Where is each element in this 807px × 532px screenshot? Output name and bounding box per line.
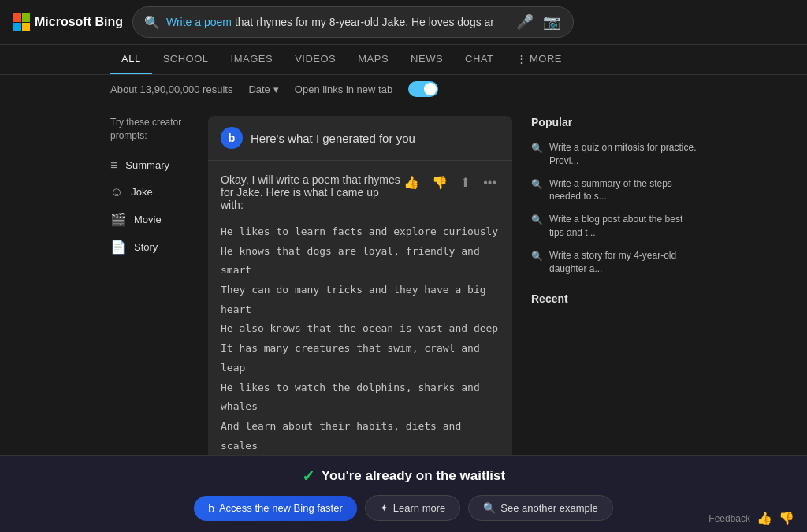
search-query-rest: that rhymes for my 8-year-old Jake. He l… — [232, 16, 494, 28]
waitlist-status-text: You're already on the waitlist — [322, 468, 505, 484]
date-filter[interactable]: Date ▾ — [248, 84, 278, 95]
popular-item-2[interactable]: 🔍 Write a summary of the steps needed to… — [531, 173, 697, 209]
popular-item-4[interactable]: 🔍 Write a story for my 4-year-old daught… — [531, 244, 697, 281]
popular-item-3[interactable]: 🔍 Write a blog post about the best tips … — [531, 208, 697, 244]
sidebar-item-label: Summary — [125, 159, 169, 171]
thumbs-up-button[interactable]: 👍 — [400, 173, 422, 192]
checkmark-icon: ✓ — [302, 467, 315, 485]
thumbs-down-button[interactable]: 👎 — [429, 173, 451, 192]
poem-line: It has many creatures that swim, crawl a… — [221, 339, 500, 378]
share-button[interactable]: ⬆ — [457, 173, 474, 192]
search-icon: 🔍 — [144, 15, 160, 30]
tab-news[interactable]: NEWS — [400, 45, 454, 74]
see-another-example-button[interactable]: 🔍 See another example — [468, 495, 613, 521]
sidebar-item-label: Joke — [131, 186, 152, 198]
poem-line: He likes to learn facts and explore curi… — [221, 222, 500, 242]
tab-videos[interactable]: VIDEOS — [284, 45, 347, 74]
search-bar[interactable]: 🔍 Write a poem that rhymes for my 8-year… — [132, 6, 574, 38]
search-icons-right: 🎤 📷 — [515, 12, 562, 32]
sidebar-item-label: Movie — [134, 214, 162, 225]
popular-title: Popular — [531, 116, 697, 128]
bing-icon: b — [208, 502, 214, 515]
logo: Microsoft Bing — [13, 13, 123, 31]
search-input[interactable]: Write a poem that rhymes for my 8-year-o… — [166, 16, 508, 28]
feedback-thumbs-up-button[interactable]: 👍 — [757, 511, 772, 526]
response-intro-text: Okay, I will write a poem that rhymes fo… — [221, 173, 400, 211]
microsoft-logo-icon — [13, 13, 30, 31]
tab-images[interactable]: IMAGES — [220, 45, 284, 74]
sidebar-title: Try these creator prompts: — [110, 116, 189, 143]
tab-chat[interactable]: CHAT — [454, 45, 504, 74]
search-icon: 🔍 — [531, 178, 543, 192]
results-count: About 13,90,00,000 results — [110, 84, 232, 95]
header: Microsoft Bing 🔍 Write a poem that rhyme… — [0, 0, 807, 45]
nav-tabs: ALL SCHOOL IMAGES VIDEOS MAPS NEWS CHAT … — [0, 45, 807, 75]
search-icon: 🔍 — [483, 502, 496, 514]
feedback-thumbs-down-button[interactable]: 👎 — [779, 511, 794, 526]
joke-icon: ☺ — [110, 185, 123, 199]
sidebar-item-movie[interactable]: 🎬 Movie — [110, 206, 189, 233]
poem-line: He knows that dogs are loyal, friendly a… — [221, 242, 500, 281]
feedback-label: Feedback — [708, 513, 750, 524]
movie-icon: 🎬 — [110, 212, 126, 227]
poem-line: They can do many tricks and they have a … — [221, 281, 500, 319]
logo-text: Microsoft Bing — [35, 15, 123, 29]
search-icon: 🔍 — [531, 250, 543, 263]
response-actions: 👍 👎 ⬆ ••• — [400, 173, 500, 192]
open-links-label: Open links in new tab — [295, 84, 392, 95]
waitlist-status: ✓ You're already on the waitlist — [302, 467, 505, 485]
summary-icon: ≡ — [110, 158, 117, 173]
waitlist-buttons: b Access the new Bing faster ✦ Learn mor… — [194, 495, 613, 521]
tab-school[interactable]: SCHOOL — [152, 45, 220, 74]
camera-button[interactable]: 📷 — [541, 12, 562, 32]
sparkle-icon: ✦ — [380, 502, 389, 514]
search-query-colored: Write a poem — [166, 16, 232, 28]
sidebar-item-summary[interactable]: ≡ Summary — [110, 152, 189, 179]
microphone-button[interactable]: 🎤 — [515, 12, 535, 32]
feedback-area: Feedback 👍 👎 — [708, 511, 794, 526]
search-icon: 🔍 — [531, 214, 543, 227]
sidebar-item-label: Story — [134, 241, 158, 253]
bing-avatar: b — [221, 127, 243, 149]
poem-line: He likes to watch the dolphins, sharks a… — [221, 378, 500, 417]
sidebar-item-joke[interactable]: ☺ Joke — [110, 179, 189, 206]
sidebar-item-story[interactable]: 📄 Story — [110, 233, 189, 261]
tab-all[interactable]: ALL — [110, 45, 152, 74]
tab-maps[interactable]: MAPS — [347, 45, 400, 74]
bing-card-title: Here's what I generated for you — [251, 132, 415, 145]
more-options-button[interactable]: ••• — [480, 174, 500, 192]
waitlist-bar: ✓ You're already on the waitlist b Acces… — [0, 455, 807, 532]
sub-header: About 13,90,00,000 results Date ▾ Open l… — [0, 75, 807, 103]
learn-more-button[interactable]: ✦ Learn more — [365, 495, 460, 521]
access-new-bing-button[interactable]: b Access the new Bing faster — [194, 496, 357, 521]
response-intro: Okay, I will write a poem that rhymes fo… — [221, 173, 500, 211]
open-links-toggle[interactable] — [408, 81, 438, 97]
bing-card-header: b Here's what I generated for you — [208, 116, 512, 161]
popular-item-1[interactable]: 🔍 Write a quiz on mitosis for practice. … — [531, 136, 697, 173]
poem-line: He also knows that the ocean is vast and… — [221, 319, 500, 339]
tab-more[interactable]: ⋮ MORE — [505, 45, 574, 74]
recent-title: Recent — [531, 292, 697, 305]
poem-line: And learn about their habits, diets and … — [221, 417, 500, 456]
search-icon: 🔍 — [531, 142, 543, 155]
story-icon: 📄 — [110, 240, 126, 255]
